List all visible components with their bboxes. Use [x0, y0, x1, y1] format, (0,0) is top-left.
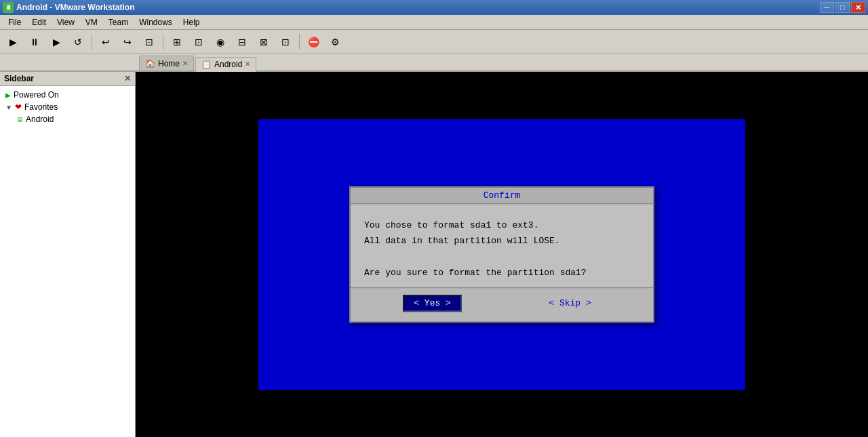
- toolbar-btn-13[interactable]: ⊡: [275, 33, 296, 51]
- sidebar-item-powered-on[interactable]: ▶ Powered On: [0, 89, 135, 101]
- toolbar-btn-9[interactable]: ⊡: [189, 33, 209, 51]
- android-label: Android: [26, 115, 54, 124]
- sidebar-header: Sidebar ✕: [0, 72, 135, 86]
- toolbar-btn-15[interactable]: ⚙: [325, 33, 345, 51]
- close-button[interactable]: ✕: [851, 2, 865, 13]
- toolbar-btn-12[interactable]: ⊠: [254, 33, 274, 51]
- toolbar-separator-3: [299, 34, 300, 50]
- android-tab-close[interactable]: ✕: [245, 60, 250, 68]
- confirm-dialog: Confirm You chose to format sda1 to ext3…: [349, 186, 654, 323]
- title-bar-text: Android - VMware Workstation: [16, 3, 134, 12]
- menu-help[interactable]: Help: [178, 16, 205, 28]
- toolbar-btn-11[interactable]: ⊟: [232, 33, 252, 51]
- toolbar-btn-14[interactable]: ⛔: [303, 33, 323, 51]
- menu-windows[interactable]: Windows: [134, 16, 178, 28]
- menu-team[interactable]: Team: [103, 16, 134, 28]
- main-layout: Sidebar ✕ ▶ Powered On ▼ ❤ Favorites 🖥 A…: [0, 72, 868, 437]
- toolbar-restart[interactable]: ↺: [68, 33, 88, 51]
- sidebar: Sidebar ✕ ▶ Powered On ▼ ❤ Favorites 🖥 A…: [0, 72, 136, 437]
- title-bar-left: 🖥 Android - VMware Workstation: [3, 2, 134, 13]
- content-area[interactable]: Confirm You chose to format sda1 to ext3…: [136, 72, 868, 437]
- title-bar-controls: ─ □ ✕: [820, 2, 865, 13]
- menu-bar: File Edit View VM Team Windows Help: [0, 15, 868, 30]
- home-tab-close[interactable]: ✕: [182, 60, 188, 67]
- home-tab-label: Home: [158, 59, 180, 68]
- sidebar-close-button[interactable]: ✕: [124, 74, 131, 83]
- tab-home[interactable]: 🏠 Home ✕: [139, 56, 194, 70]
- android-tab-label: Android: [214, 60, 242, 69]
- toolbar-resume[interactable]: ▶: [46, 33, 66, 51]
- toolbar-btn-8[interactable]: ⊞: [167, 33, 187, 51]
- toolbar-btn-6[interactable]: ↪: [117, 33, 138, 51]
- favorites-heart-icon: ❤: [15, 102, 22, 112]
- android-vm-icon: 🖥: [16, 116, 23, 123]
- sidebar-title: Sidebar: [4, 74, 34, 83]
- skip-button[interactable]: < Skip >: [539, 295, 600, 312]
- restore-button[interactable]: □: [835, 2, 850, 13]
- menu-vm[interactable]: VM: [80, 16, 103, 28]
- menu-view[interactable]: View: [52, 16, 80, 28]
- powered-on-expand-icon: ▶: [5, 91, 11, 99]
- favorites-label: Favorites: [24, 102, 58, 112]
- toolbar: ▶ ⏸ ▶ ↺ ↩ ↪ ⊡ ⊞ ⊡ ◉ ⊟ ⊠ ⊡ ⛔ ⚙: [0, 30, 868, 54]
- sidebar-item-favorites[interactable]: ▼ ❤ Favorites: [0, 101, 135, 113]
- powered-on-label: Powered On: [14, 90, 59, 100]
- dialog-buttons: < Yes > < Skip >: [351, 287, 653, 321]
- toolbar-power-on[interactable]: ▶: [3, 33, 23, 51]
- toolbar-suspend[interactable]: ⏸: [24, 33, 45, 51]
- dialog-body: You chose to format sda1 to ext3. All da…: [351, 204, 653, 288]
- sidebar-tree: ▶ Powered On ▼ ❤ Favorites 🖥 Android: [0, 86, 135, 128]
- menu-edit[interactable]: Edit: [26, 16, 52, 28]
- tab-bar: 🏠 Home ✕ 📋 Android ✕: [0, 54, 868, 72]
- dialog-line4: Are you sure to format the partition sda…: [364, 265, 639, 280]
- sidebar-item-android[interactable]: 🖥 Android: [0, 113, 135, 125]
- home-tab-icon: 🏠: [145, 59, 155, 68]
- dialog-line3: [364, 249, 639, 265]
- toolbar-separator-2: [163, 34, 163, 50]
- dialog-line2: All data in that partition will LOSE.: [364, 233, 639, 249]
- title-bar: 🖥 Android - VMware Workstation ─ □ ✕: [0, 0, 868, 15]
- toolbar-btn-7[interactable]: ⊡: [139, 33, 159, 51]
- toolbar-btn-10[interactable]: ◉: [210, 33, 231, 51]
- yes-button[interactable]: < Yes >: [403, 295, 462, 312]
- toolbar-separator-1: [92, 34, 92, 50]
- dialog-line1: You chose to format sda1 to ext3.: [364, 217, 639, 233]
- android-tab-icon: 📋: [201, 60, 212, 69]
- app-icon: 🖥: [3, 2, 14, 13]
- tab-android[interactable]: 📋 Android ✕: [195, 57, 256, 72]
- favorites-collapse-icon: ▼: [5, 104, 12, 111]
- minimize-button[interactable]: ─: [820, 2, 834, 13]
- menu-file[interactable]: File: [3, 16, 26, 28]
- dialog-title: Confirm: [351, 188, 653, 204]
- vm-screen[interactable]: Confirm You chose to format sda1 to ext3…: [258, 119, 745, 390]
- toolbar-btn-5[interactable]: ↩: [96, 33, 116, 51]
